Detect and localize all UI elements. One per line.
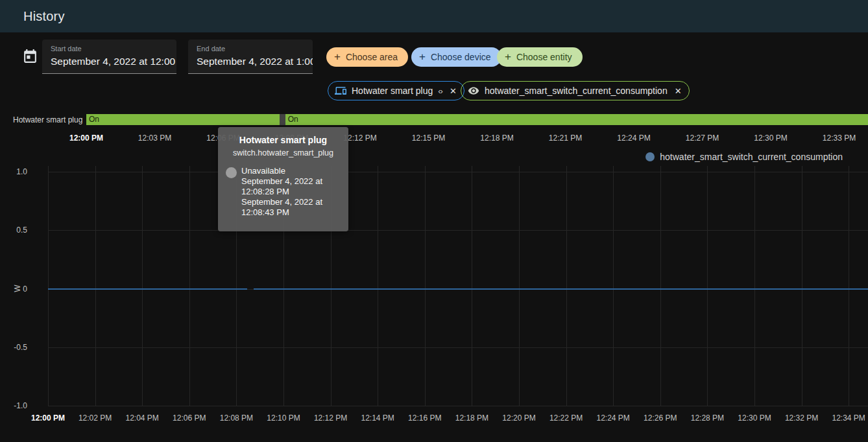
legend-label: hotwater_smart_switch_current_consumptio… <box>660 152 843 162</box>
tooltip-to-time: 12:08:43 PM <box>241 207 322 218</box>
timeline-state-label: On <box>285 114 868 125</box>
app-header: History <box>0 0 868 32</box>
gridline-vertical <box>849 166 849 406</box>
choose-entity-button[interactable]: + Choose entity <box>497 47 583 67</box>
eye-icon <box>468 85 479 97</box>
timeline-axis-tick: 12:33 PM <box>823 134 856 143</box>
tooltip-title: Hotwater smart plug <box>218 135 348 145</box>
timeline-axis-tick: 12:21 PM <box>549 134 582 143</box>
x-axis-tick: 12:00 PM <box>31 413 65 423</box>
x-axis-tick: 12:18 PM <box>455 413 488 423</box>
timeline-axis-tick: 12:27 PM <box>686 134 719 143</box>
x-axis-tick: 12:22 PM <box>549 413 583 423</box>
plus-icon: + <box>505 51 511 62</box>
gridline-vertical <box>613 166 614 406</box>
x-axis-tick: 12:14 PM <box>361 413 394 423</box>
y-axis-tick: 0 <box>0 285 27 294</box>
start-date-label: Start date <box>51 45 168 52</box>
gridline-vertical <box>425 166 426 406</box>
timeline-axis-tick: 12:30 PM <box>754 134 787 143</box>
start-date-field[interactable]: Start date September 4, 2022 at 12:00 <box>42 40 176 74</box>
timeline-axis-tick: 12:24 PM <box>617 134 650 143</box>
x-axis-tick: 12:02 PM <box>78 413 112 423</box>
entity-filter-chip[interactable]: hotwater_smart_switch_current_consumptio… <box>461 81 690 100</box>
gridline-vertical <box>707 166 708 406</box>
entity-filter-label: hotwater_smart_switch_current_consumptio… <box>485 86 668 96</box>
end-date-value: September 4, 2022 at 1:00 PM <box>197 56 304 67</box>
x-axis-tick: 12:16 PM <box>408 413 441 423</box>
gridline-vertical <box>95 166 96 406</box>
tooltip-lines: Unavailable September 4, 2022 at 12:08:2… <box>241 166 322 218</box>
gridline-vertical <box>660 166 661 406</box>
tooltip-from-date: September 4, 2022 at <box>241 176 322 187</box>
x-axis-tick: 12:30 PM <box>738 413 771 423</box>
device-filter-chip[interactable]: Hotwater smart plug ‹› ✕ <box>328 81 464 100</box>
state-avatar <box>226 167 237 178</box>
chart-legend[interactable]: hotwater_smart_switch_current_consumptio… <box>645 152 843 162</box>
tooltip-entity-id: switch.hotwater_smart_plug <box>218 148 348 157</box>
plus-icon: + <box>419 51 426 62</box>
gridline-vertical <box>472 166 472 406</box>
x-axis-tick: 12:24 PM <box>597 413 630 423</box>
timeline-axis-tick: 12:12 PM <box>343 134 376 143</box>
choose-area-label: Choose area <box>346 52 398 62</box>
calendar-icon-glyph <box>22 49 38 65</box>
y-axis-tick: 0.5 <box>0 226 27 235</box>
choose-device-button[interactable]: + Choose device <box>411 47 501 67</box>
gridline-vertical <box>48 166 49 406</box>
timeline-segment-unavailable[interactable] <box>280 114 285 125</box>
gridline-vertical <box>519 166 520 406</box>
x-axis-tick: 12:06 PM <box>173 413 206 423</box>
calendar-icon[interactable] <box>22 49 39 65</box>
gridline-vertical <box>378 166 378 406</box>
gridline-vertical <box>802 166 802 406</box>
start-date-value: September 4, 2022 at 12:00 <box>51 56 168 67</box>
x-axis-tick: 12:10 PM <box>267 413 300 423</box>
gridline-horizontal <box>48 172 868 172</box>
x-axis-tick: 12:08 PM <box>220 413 253 423</box>
timeline-axis-tick: 12:15 PM <box>412 134 445 143</box>
series-line-segment <box>48 288 247 290</box>
expand-icon[interactable]: ‹› <box>438 86 442 96</box>
timeline-segment-on[interactable]: On <box>86 114 280 125</box>
timeline-axis-tick: 12:18 PM <box>480 134 513 143</box>
gridline-vertical <box>566 166 567 406</box>
timeline-state-label: On <box>86 114 280 125</box>
timeline-axis-tick: 12:03 PM <box>138 134 171 143</box>
page-title: History <box>23 9 65 24</box>
close-icon[interactable]: ✕ <box>675 86 682 96</box>
y-axis-tick: 1.0 <box>0 167 27 176</box>
gridline-vertical <box>754 166 755 406</box>
tooltip-state-row: Unavailable September 4, 2022 at 12:08:2… <box>226 166 348 218</box>
gridline-horizontal <box>48 347 868 348</box>
tooltip-state: Unavailable <box>241 166 322 176</box>
x-axis-tick: 12:26 PM <box>644 413 677 423</box>
legend-dot <box>645 152 655 161</box>
timeline-bar[interactable]: OnOn <box>86 114 868 125</box>
timeline-row-label: Hotwater smart plug <box>13 115 82 124</box>
timeline-axis-tick: 12:00 PM <box>69 134 103 143</box>
devices-icon <box>335 85 346 97</box>
tooltip-to-date: September 4, 2022 at <box>241 197 322 207</box>
gridline-vertical <box>189 166 190 406</box>
series-line-segment <box>254 288 868 290</box>
choose-device-label: Choose device <box>431 52 491 62</box>
device-filter-label: Hotwater smart plug <box>352 86 433 96</box>
y-axis-tick: -1.0 <box>0 401 27 410</box>
timeline-segment-on[interactable]: On <box>285 114 868 125</box>
y-axis-tick: -0.5 <box>0 343 27 352</box>
end-date-label: End date <box>197 45 304 52</box>
x-axis-tick: 12:34 PM <box>832 413 865 423</box>
history-app: History Start date September 4, 2022 at … <box>0 0 868 442</box>
x-axis-tick: 12:04 PM <box>126 413 159 423</box>
x-axis-tick: 12:32 PM <box>785 413 818 423</box>
tooltip-from-time: 12:08:28 PM <box>241 187 322 197</box>
close-icon[interactable]: ✕ <box>450 86 457 96</box>
gridline-horizontal <box>48 406 868 406</box>
end-date-field[interactable]: End date September 4, 2022 at 1:00 PM <box>188 40 313 74</box>
gridline-vertical <box>142 166 143 406</box>
choose-area-button[interactable]: + Choose area <box>326 47 408 67</box>
x-axis-tick: 12:28 PM <box>691 413 724 423</box>
gridline-horizontal <box>48 230 868 231</box>
state-tooltip: Hotwater smart plug switch.hotwater_smar… <box>218 127 348 231</box>
